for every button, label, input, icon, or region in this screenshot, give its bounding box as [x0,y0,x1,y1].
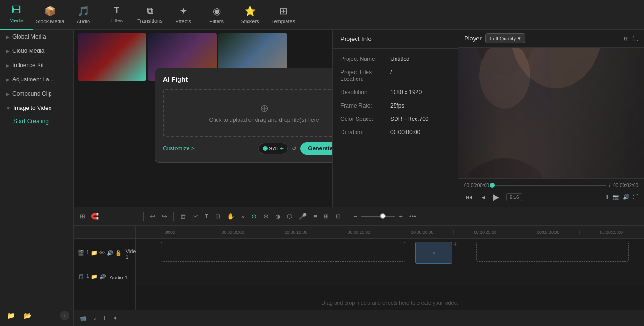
info-row-name: Project Name: Untitled [333,52,458,66]
snap-tool-button[interactable]: ⊞ [78,211,88,222]
hand-tool-button[interactable]: ✋ [225,211,237,222]
video-track-folder[interactable]: 📁 [91,250,98,256]
export-icon[interactable]: ⬆ [605,194,610,200]
track-tools-left: ⊞ 🧲 [78,211,139,222]
sidebar-item-cloud-media[interactable]: ▶ Cloud Media [0,44,73,58]
text-tool-button[interactable]: T [202,211,211,222]
left-sidebar: ▶ Global Media ▶ Cloud Media ▶ Influence… [0,30,74,326]
nav-item-stock[interactable]: 📦 Stock Media [33,0,67,30]
video-track-lock[interactable]: 🔓 [115,250,122,256]
go-start-button[interactable]: ⏮ [464,192,475,202]
sidebar-label-adjustment-la: Adjustment La... [12,76,54,83]
add-clip-icon[interactable]: + [453,240,457,248]
nav-item-transitions[interactable]: ⧉ Transitions [133,0,167,30]
info-row-framerate: Frame Rate: 25fps [333,99,458,112]
info-label-resolution: Resolution: [340,89,390,96]
cut-button[interactable]: ✂ [190,211,200,222]
voice-button[interactable]: 🎤 [297,211,309,222]
nav-item-audio[interactable]: 🎵 Audio [67,0,100,30]
overlay-button[interactable]: ⊗ [261,211,271,222]
bottom-area: ⊞ 🧲 ↩ ↪ 🗑 ✂ T ⊡ ✋ » ⊙ ⊗ ◑ ⬡ 🎤 ≡ ⊞ [74,207,644,326]
nav-label-audio: Audio [77,19,90,24]
add-video-track-button[interactable]: 📹 [78,314,89,323]
nav-item-titles[interactable]: T Titles [100,0,133,30]
upload-zone[interactable]: ⊕ Click to upload or drag and drop file(… [163,89,332,137]
fullscreen-player-icon[interactable]: ⛶ [633,194,638,200]
redo-button[interactable]: ↪ [159,211,169,222]
info-value-resolution: 1080 x 1920 [390,89,422,96]
media-thumbnail-1[interactable] [78,33,146,81]
snapshot-icon[interactable]: 📷 [613,194,620,200]
ai-caption-button[interactable]: ⊞ [321,211,331,222]
import-file-icon[interactable]: 📁 [4,309,17,322]
nav-item-stickers[interactable]: ⭐ Stickers [233,0,267,30]
color-tool-button[interactable]: ⊙ [249,211,259,222]
video-track-num: 1 [86,250,89,256]
nav-item-effects[interactable]: ✦ Effects [167,0,200,30]
nav-item-media[interactable]: 🎞 Media [0,0,33,30]
zoom-slider-container [361,216,395,217]
add-audio-track-button[interactable]: ♪ [91,314,98,323]
credit-add-icon[interactable]: + [280,145,284,152]
refresh-icon[interactable]: ↺ [292,145,297,152]
speed-button[interactable]: ⊡ [333,211,343,222]
sidebar-item-compound-clip[interactable]: ▶ Compound Clip [0,87,73,101]
nav-item-filters[interactable]: ◉ Filters [200,0,233,30]
video-split [458,48,644,178]
sidebar-item-global-media[interactable]: ▶ Global Media [0,30,73,44]
import-folder-icon[interactable]: 📂 [21,309,34,322]
video-track-volume[interactable]: 🔊 [107,250,113,256]
audio-track-folder[interactable]: 📁 [91,274,98,280]
track-audio1-icons: 🎵 1 📁 🔊 [78,274,106,280]
sidebar-subitem-start-creating[interactable]: Start Creating [0,115,73,128]
fullscreen-icon[interactable]: ⛶ [633,35,638,42]
current-time: 00:00:00:00 [464,183,489,188]
quality-select[interactable]: Full Quality ▾ [485,33,525,43]
generate-button[interactable]: Generate 250 [300,142,332,155]
split-button[interactable]: ◑ [273,211,283,222]
media-section: AI Fight ⊕ Click to upload or drag and d… [74,30,332,207]
sidebar-item-influence-kit[interactable]: ▶ Influence Kit [0,58,73,72]
sidebar-item-image-to-video[interactable]: ▼ Image to Video [0,101,73,115]
shield-button[interactable]: ⬡ [285,211,295,222]
audio-track-volume[interactable]: 🔊 [99,274,106,280]
nav-item-templates[interactable]: ⊞ Templates [267,0,300,30]
ruler-mark-7: 00:00:35:00 [579,230,643,235]
arrow-adjustment-la: ▶ [6,77,10,82]
track-video1-icons: 🎬 1 📁 👁 🔊 🔓 [78,250,122,256]
customize-button[interactable]: Customize > [163,145,195,152]
upload-icon: ⊕ [260,102,268,115]
layout-grid-icon[interactable]: ⊞ [624,35,629,42]
timeline-video-clip[interactable]: ▪ [415,242,452,264]
timeline-bar[interactable] [492,185,606,186]
ai-generate-track-button[interactable]: ✦ [111,314,119,323]
add-text-track-button[interactable]: T [101,314,108,323]
video-track-eye[interactable]: 👁 [99,250,105,256]
arrow-influence-kit: ▶ [6,63,10,68]
sidebar-collapse-button[interactable]: ‹ [60,311,69,320]
volume-icon[interactable]: 🔊 [623,194,630,200]
play-pause-button[interactable]: ▶ [491,191,502,203]
forward-button[interactable]: » [239,211,247,222]
main-layout: ▶ Global Media ▶ Cloud Media ▶ Influence… [0,30,644,326]
track-label-video1: 🎬 1 📁 👁 🔊 🔓 Video 1 [74,239,135,267]
timeline-handle[interactable] [490,183,495,188]
timeline-content: 00:00 00:00:05:00 00:00:10:00 00:00:15:0… [136,226,644,310]
drop-zone-message: Drag and drop media and effects here to … [136,299,644,306]
aspect-ratio-badge: 9:16 [506,193,522,201]
undo-button[interactable]: ↩ [148,211,158,222]
zoom-slider[interactable] [361,216,395,217]
caption-button[interactable]: ≡ [311,211,319,222]
delete-button[interactable]: 🗑 [178,211,188,222]
sidebar-item-adjustment-la[interactable]: ▶ Adjustment La... [0,72,73,87]
toolbar-divider-3 [347,212,347,221]
ai-fight-popup: AI Fight ⊕ Click to upload or drag and d… [155,68,332,163]
crop-tool-button[interactable]: ⊡ [213,211,223,222]
zoom-out-button[interactable]: − [351,211,360,222]
more-options-button[interactable]: ••• [407,211,418,222]
sidebar-label-influence-kit: Influence Kit [12,62,44,69]
zoom-in-button[interactable]: + [396,211,405,222]
magnet-tool-button[interactable]: 🧲 [89,211,101,222]
step-back-button[interactable]: ◂ [479,192,486,202]
nav-label-stickers: Stickers [240,19,259,24]
